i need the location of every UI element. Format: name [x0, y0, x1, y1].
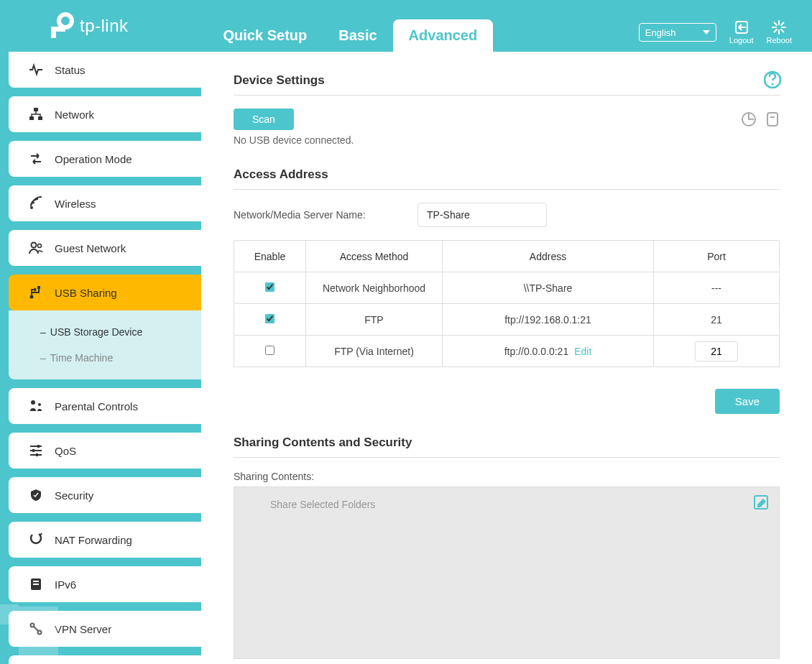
svg-rect-38 — [767, 113, 778, 126]
svg-point-36 — [772, 83, 774, 86]
svg-rect-2 — [51, 27, 65, 32]
svg-rect-19 — [37, 286, 40, 289]
svg-point-16 — [32, 243, 37, 248]
network-icon — [29, 107, 43, 121]
svg-point-18 — [30, 295, 34, 299]
table-row: FTPftp://192.168.0.1:2121 — [234, 304, 780, 336]
sharing-title: Sharing Contents and Security — [234, 435, 780, 458]
brand-logo: tp-link — [47, 11, 129, 41]
table-row: FTP (Via Internet)ftp://0.0.0.0:21Edit — [234, 336, 780, 367]
svg-point-15 — [30, 206, 33, 209]
reboot-button[interactable]: Reboot — [767, 20, 792, 45]
logout-button[interactable]: Logout — [729, 20, 754, 45]
help-icon[interactable] — [763, 70, 782, 89]
security-icon — [29, 488, 43, 502]
chevron-down-icon — [703, 30, 710, 34]
nav-operation-mode[interactable]: Operation Mode — [9, 141, 201, 177]
sharing-box: Share Selected Folders — [234, 487, 780, 659]
language-select[interactable]: English — [639, 23, 716, 42]
svg-point-20 — [31, 400, 35, 405]
nav-nat[interactable]: NAT Forwarding — [9, 522, 201, 558]
nav-usb-storage[interactable]: –USB Storage Device — [40, 319, 201, 345]
sidebar: Status Network Operation Mode Wireless G… — [0, 52, 201, 664]
tab-advanced[interactable]: Advanced — [393, 19, 494, 52]
svg-rect-30 — [33, 584, 39, 585]
usb-icon — [29, 285, 43, 300]
enable-checkbox[interactable] — [265, 282, 274, 292]
svg-rect-29 — [33, 581, 39, 582]
tab-quick-setup[interactable]: Quick Setup — [208, 19, 323, 52]
qos-icon — [29, 443, 43, 458]
edit-sharing-icon[interactable] — [753, 494, 769, 510]
nat-icon — [29, 532, 43, 547]
svg-point-21 — [38, 403, 41, 406]
device-settings-title: Device Settings — [234, 73, 780, 96]
server-name-input[interactable] — [417, 203, 547, 227]
nav-usb-sharing[interactable]: USB Sharing — [9, 275, 201, 310]
guest-icon — [29, 241, 43, 255]
access-address-title: Access Address — [234, 167, 780, 190]
nav-guest-network[interactable]: Guest Network — [9, 230, 201, 266]
reboot-icon — [771, 20, 787, 34]
port-cell — [654, 336, 780, 367]
table-row: Network Neighborhood\\TP-Share--- — [234, 272, 780, 304]
svg-point-0 — [59, 14, 72, 27]
col-port: Port — [654, 241, 780, 272]
nav-time-machine[interactable]: –Time Machine — [40, 345, 201, 371]
col-method: Access Method — [306, 241, 443, 272]
main-content: Device Settings Scan No USB device conne… — [201, 52, 812, 664]
server-name-label: Network/Media Server Name: — [234, 209, 417, 221]
port-cell: 21 — [654, 304, 780, 336]
method-cell: FTP — [306, 304, 443, 336]
svg-rect-25 — [37, 445, 40, 448]
port-input[interactable] — [695, 341, 738, 361]
nav-wireless[interactable]: Wireless — [9, 185, 201, 221]
access-table: Enable Access Method Address Port Networ… — [234, 240, 780, 367]
svg-line-9 — [781, 29, 784, 32]
svg-rect-13 — [29, 116, 34, 120]
method-cell: FTP (Via Internet) — [306, 336, 443, 367]
share-placeholder: Share Selected Folders — [270, 499, 765, 510]
enable-checkbox[interactable] — [265, 314, 274, 323]
svg-rect-27 — [36, 453, 38, 456]
nav-network[interactable]: Network — [9, 96, 201, 132]
logout-icon — [734, 20, 749, 34]
svg-point-17 — [38, 244, 42, 248]
svg-line-11 — [775, 29, 778, 32]
nav-status[interactable]: Status — [9, 52, 201, 88]
nav-security[interactable]: Security — [9, 477, 201, 513]
svg-rect-26 — [32, 449, 34, 452]
save-button[interactable]: Save — [715, 389, 780, 414]
svg-rect-12 — [34, 108, 38, 111]
svg-rect-14 — [38, 116, 42, 120]
enable-checkbox[interactable] — [265, 346, 274, 355]
nav-ipv6[interactable]: IPv6 — [9, 566, 201, 602]
port-cell: --- — [654, 272, 780, 304]
ipv6-icon — [29, 577, 43, 591]
edit-link[interactable]: Edit — [574, 346, 591, 357]
col-enable: Enable — [234, 241, 306, 272]
svg-line-10 — [781, 23, 784, 26]
eject-icon[interactable] — [765, 111, 780, 127]
col-address: Address — [443, 241, 654, 272]
decoration — [0, 604, 19, 624]
nav-parental[interactable]: Parental Controls — [9, 388, 201, 424]
tab-basic[interactable]: Basic — [323, 19, 392, 52]
svg-line-8 — [775, 23, 778, 26]
address-cell: ftp://192.168.0.1:21 — [443, 304, 654, 336]
tplink-icon — [47, 11, 77, 41]
address-cell: \\TP-Share — [443, 272, 654, 304]
opmode-icon — [29, 152, 43, 166]
sharing-contents-label: Sharing Contents: — [234, 471, 780, 482]
status-icon — [29, 63, 43, 77]
decoration — [19, 607, 58, 664]
scan-button[interactable]: Scan — [234, 109, 294, 130]
nav-qos[interactable]: QoS — [9, 433, 201, 469]
language-value: English — [645, 27, 676, 38]
chart-icon[interactable] — [741, 111, 757, 127]
parental-icon — [29, 399, 43, 413]
no-usb-message: No USB device connected. — [234, 134, 780, 146]
method-cell: Network Neighborhood — [306, 272, 443, 304]
wireless-icon — [29, 196, 43, 211]
brand-text: tp-link — [80, 16, 129, 36]
